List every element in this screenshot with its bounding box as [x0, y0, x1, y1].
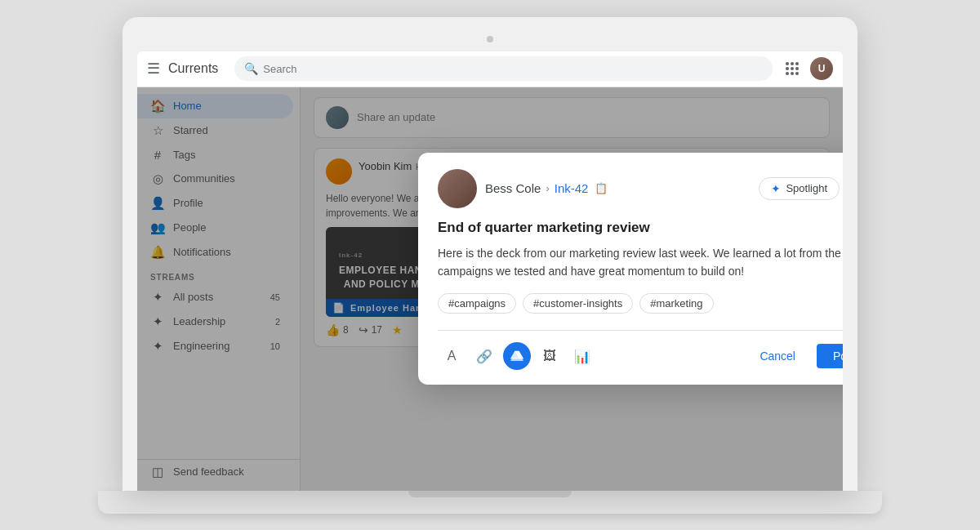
user-avatar[interactable]: U: [810, 57, 833, 80]
spotlight-label: Spotlight: [786, 182, 827, 194]
app-logo: Currents: [168, 61, 218, 76]
search-bar[interactable]: 🔍: [234, 56, 773, 81]
popup-channel-name[interactable]: Ink-42: [555, 181, 589, 195]
main-content: 🏠 Home ☆ Starred # Tags ◎: [137, 87, 843, 491]
popup-tags: #campaigns #customer-insights #marketing: [438, 293, 843, 314]
channel-icon: 📋: [595, 182, 608, 194]
breadcrumb-arrow: ›: [546, 182, 549, 194]
tag-campaigns[interactable]: #campaigns: [438, 293, 516, 314]
image-icon: 🖼: [543, 349, 556, 363]
menu-icon[interactable]: ☰: [147, 60, 160, 78]
image-button[interactable]: 🖼: [536, 342, 564, 370]
laptop-base-inner: [408, 491, 572, 497]
webcam: [487, 36, 493, 42]
laptop-base: [98, 491, 882, 514]
grid-apps-icon[interactable]: [781, 57, 804, 80]
topbar-right: U: [781, 57, 833, 80]
popup-author-name: Bess Cole: [485, 181, 541, 195]
camera-bar: [137, 32, 843, 47]
topbar: ☰ Currents 🔍: [137, 51, 843, 87]
search-icon: 🔍: [244, 62, 258, 75]
chart-button[interactable]: 📊: [568, 342, 596, 370]
laptop-shell: ☰ Currents 🔍: [122, 17, 858, 491]
link-icon: 🔗: [476, 349, 492, 364]
popup-author-info: Bess Cole › Ink-42 📋: [485, 181, 759, 195]
spotlight-icon: ✦: [771, 182, 781, 195]
text-format-button[interactable]: A: [438, 342, 466, 370]
popup-body: Here is the deck from our marketing revi…: [438, 244, 843, 281]
popup-toolbar: A 🔗: [438, 330, 843, 370]
drive-button[interactable]: [503, 342, 531, 370]
app-wrapper: ☰ Currents 🔍: [137, 51, 843, 491]
post-button[interactable]: Post: [817, 344, 843, 368]
cancel-button[interactable]: Cancel: [746, 344, 808, 368]
text-icon: A: [448, 349, 457, 363]
tag-marketing[interactable]: #marketing: [639, 293, 713, 314]
popup-author-avatar: [438, 169, 477, 208]
laptop-screen: ☰ Currents 🔍: [137, 51, 843, 491]
spotlight-button[interactable]: ✦ Spotlight: [759, 177, 840, 200]
chart-icon: 📊: [574, 349, 590, 364]
popup-actions: Cancel Post: [746, 344, 843, 368]
popup-header: Bess Cole › Ink-42 📋 ✦ Spotlight ⋮: [438, 169, 843, 208]
link-button[interactable]: 🔗: [470, 342, 498, 370]
tag-customer-insights[interactable]: #customer-insights: [523, 293, 633, 314]
drive-icon: [510, 350, 524, 363]
popup-title: End of quarter marketing review: [438, 220, 843, 236]
search-input[interactable]: [263, 63, 763, 75]
popup-card: Bess Cole › Ink-42 📋 ✦ Spotlight ⋮: [418, 153, 843, 385]
